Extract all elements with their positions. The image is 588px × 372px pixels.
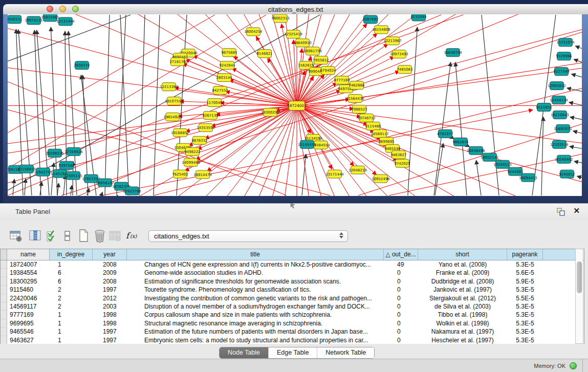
column-header-title[interactable]: title	[127, 249, 384, 260]
network-edge[interactable]	[572, 74, 582, 77]
network-edge[interactable]	[575, 46, 582, 49]
table-cell[interactable]: 6	[50, 277, 93, 286]
network-node[interactable]: 16004254	[244, 28, 263, 36]
network-node[interactable]: 16094413	[519, 173, 537, 182]
table-cell[interactable]: de Silva et al. (2003)	[418, 302, 507, 311]
network-node[interactable]: 9244501	[507, 167, 523, 176]
network-node[interactable]: 19166852	[171, 128, 189, 137]
network-node[interactable]: 19654925	[163, 113, 182, 121]
column-select-button[interactable]	[44, 228, 59, 244]
table-cell[interactable]: 0	[384, 311, 418, 319]
table-cell[interactable]: 0	[384, 336, 418, 344]
network-node[interactable]: 12923768	[123, 187, 141, 195]
table-cell[interactable]	[543, 336, 576, 344]
network-node[interactable]: 12325419	[284, 30, 302, 38]
table-cell[interactable]: 0	[384, 327, 418, 336]
table-cell[interactable]	[543, 311, 576, 319]
network-edge[interactable]	[297, 26, 582, 105]
network-node[interactable]: 9242844	[219, 61, 235, 70]
network-edge[interactable]	[408, 27, 417, 195]
table-cell[interactable]: 2012	[93, 294, 127, 302]
table-cell[interactable]: 5.3E-5	[507, 286, 543, 294]
table-cell[interactable]: Embryonic stem cells: a model to study s…	[127, 336, 384, 344]
network-edge[interactable]	[574, 59, 582, 62]
network-edge[interactable]	[567, 88, 582, 92]
network-canvas[interactable]: 2242004698904612718176122133631810755219…	[8, 14, 582, 196]
network-edge[interactable]	[105, 15, 110, 195]
table-cell[interactable]	[543, 302, 576, 311]
table-cell[interactable]: 0	[384, 277, 418, 286]
network-node[interactable]: 16002313	[271, 14, 290, 23]
network-node[interactable]: 19974131	[25, 16, 43, 25]
network-node[interactable]: 9550151	[8, 15, 23, 24]
network-node[interactable]: 2650374	[74, 61, 90, 70]
network-edge[interactable]	[69, 31, 77, 195]
table-cell[interactable]	[543, 260, 576, 269]
column-header-name[interactable]: name	[7, 249, 50, 260]
network-node[interactable]: 15145455	[298, 140, 316, 148]
table-cell[interactable]: Jankovic et al. (1997)	[418, 286, 507, 294]
network-node[interactable]: 7485063	[397, 65, 412, 74]
column-header-out_de[interactable]: △ out_de...	[384, 249, 418, 260]
network-node[interactable]: 20206536	[46, 149, 64, 157]
close-panel-icon[interactable]: ✕	[573, 206, 580, 215]
table-cell[interactable]: 1	[50, 336, 93, 344]
network-edge[interactable]	[570, 117, 582, 120]
network-node[interactable]: 9397588	[58, 161, 74, 169]
table-cell[interactable]	[543, 319, 576, 327]
table-cell[interactable]: Nakamura et al. (1997)	[418, 327, 507, 336]
network-edge[interactable]	[51, 163, 54, 195]
network-node[interactable]: 9227349	[553, 68, 569, 76]
network-node[interactable]: 16914479	[193, 170, 212, 179]
network-node[interactable]: 15692971	[554, 124, 572, 133]
network-edge[interactable]	[101, 192, 102, 195]
table-cell[interactable]: 2008	[93, 260, 127, 269]
table-cell[interactable]: Dudbridge et al. (2008)	[418, 277, 507, 286]
table-row[interactable]: 1456911722003Disruption of a novel membe…	[1, 302, 584, 311]
table-cell[interactable]: 14569117	[7, 302, 50, 311]
network-node[interactable]: 16961758	[303, 47, 322, 55]
network-node[interactable]: 12213363	[160, 83, 178, 91]
table-cell[interactable]: 0	[384, 319, 418, 327]
network-node[interactable]: 9245012	[559, 170, 575, 178]
network-edge[interactable]	[185, 59, 297, 106]
table-row[interactable]: 1938455462009Genome-wide association stu…	[1, 269, 584, 277]
network-node[interactable]: 10748712	[357, 114, 376, 122]
table-cell[interactable]: 18300295	[7, 277, 50, 286]
network-edge[interactable]	[63, 175, 66, 195]
table-cell[interactable]: 1998	[93, 319, 127, 327]
float-panel-icon[interactable]	[556, 207, 565, 216]
network-edge[interactable]	[541, 117, 543, 195]
network-node[interactable]: 2718176	[169, 58, 185, 66]
table-cell[interactable]: Franke et al. (2009)	[418, 269, 507, 277]
network-node[interactable]: 12103514	[550, 140, 569, 148]
table-cell[interactable]: 18724007	[7, 260, 50, 269]
network-edge[interactable]	[183, 64, 297, 106]
network-node[interactable]: 10240462	[555, 155, 573, 163]
network-node[interactable]: 12156819	[17, 165, 36, 173]
network-node[interactable]: 7986523	[351, 105, 367, 114]
network-edge[interactable]	[232, 68, 297, 105]
table-cell[interactable]: Changes of HCN gene expression and I(f) …	[127, 260, 384, 269]
network-node[interactable]: 18300295	[261, 108, 279, 116]
network-edge[interactable]	[8, 15, 215, 133]
tab-edge-table[interactable]: Edge Table	[269, 347, 317, 358]
network-node[interactable]: 18724007	[287, 101, 307, 111]
network-node[interactable]: 7625402	[172, 170, 188, 178]
network-node[interactable]: 8267130	[202, 111, 218, 119]
row-select-button[interactable]	[60, 228, 75, 244]
column-header-short[interactable]: short	[418, 249, 507, 260]
network-edge[interactable]	[71, 185, 72, 195]
table-cell[interactable]: Estimation of the future numbers of pati…	[127, 327, 384, 336]
network-node[interactable]: 12046219	[349, 166, 367, 174]
table-cell[interactable]: Tourette syndrome. Phenomenology and cla…	[127, 286, 384, 294]
function-builder-button[interactable]: f (x)	[124, 228, 140, 244]
table-cell[interactable]: Corpus callosum shape and size in male p…	[127, 311, 384, 319]
table-cell[interactable]: 2003	[93, 302, 127, 311]
table-cell[interactable]: Hescheler et al. (1997)	[418, 336, 507, 344]
network-node[interactable]: 7462666	[349, 81, 364, 90]
table-cell[interactable]	[543, 294, 576, 302]
network-edge[interactable]	[577, 176, 582, 178]
table-cell[interactable]: 1	[50, 311, 93, 319]
table-cell[interactable]: 9115460	[7, 286, 50, 294]
